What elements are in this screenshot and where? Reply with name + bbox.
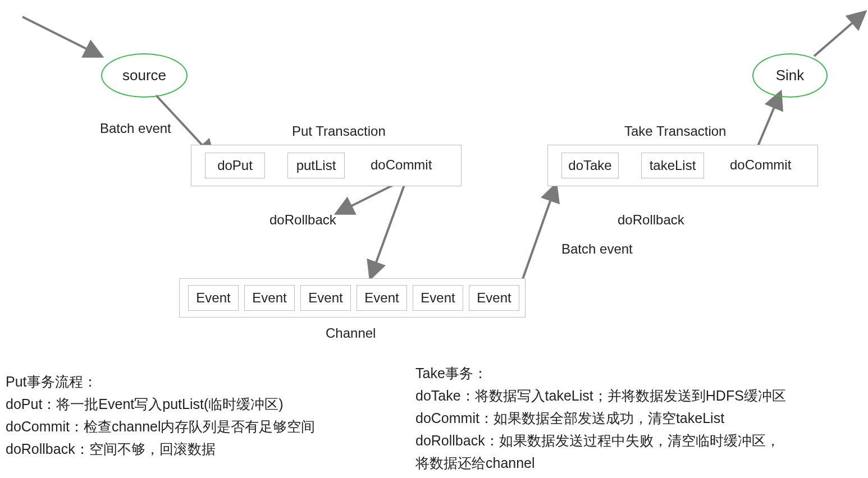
takelist-cell: takeList bbox=[641, 153, 704, 178]
takelist-label: takeList bbox=[650, 158, 696, 173]
channel-event-label: Event bbox=[308, 290, 342, 306]
channel-event-label: Event bbox=[196, 290, 230, 306]
diagram-canvas: source Sink Batch event Put Transaction … bbox=[0, 0, 868, 478]
svg-line-9 bbox=[758, 93, 780, 146]
docommit-left-label: doCommit bbox=[371, 157, 432, 173]
channel-event-label: Event bbox=[421, 290, 455, 306]
take-description: Take事务： doTake：将数据写入takeList；并将数据发送到HDFS… bbox=[415, 362, 786, 474]
batch-event-left-label: Batch event bbox=[100, 121, 171, 136]
doput-cell: doPut bbox=[205, 153, 265, 178]
channel-event: Event bbox=[469, 285, 519, 311]
channel-event-label: Event bbox=[252, 290, 286, 306]
source-label: source bbox=[122, 67, 166, 84]
channel-label: Channel bbox=[326, 325, 376, 341]
sink-label: Sink bbox=[776, 67, 805, 84]
svg-line-0 bbox=[22, 17, 101, 56]
channel-event: Event bbox=[357, 285, 407, 311]
channel-event-label: Event bbox=[477, 290, 511, 306]
take-transaction-title: Take Transaction bbox=[624, 123, 726, 139]
putlist-label: putList bbox=[296, 158, 336, 173]
channel-event: Event bbox=[244, 285, 295, 311]
svg-line-6 bbox=[522, 185, 556, 281]
channel-event-label: Event bbox=[364, 290, 399, 306]
dotake-cell: doTake bbox=[561, 153, 619, 178]
dotake-label: doTake bbox=[568, 158, 611, 173]
sink-node: Sink bbox=[752, 53, 828, 98]
put-transaction-title: Put Transaction bbox=[292, 123, 386, 139]
dorollback-left-label: doRollback bbox=[269, 212, 336, 228]
dorollback-right-label: doRollback bbox=[618, 212, 684, 228]
putlist-cell: putList bbox=[287, 153, 345, 178]
svg-line-10 bbox=[814, 12, 865, 56]
doput-label: doPut bbox=[217, 158, 253, 173]
docommit-right-label: doCommit bbox=[730, 157, 791, 173]
channel-event: Event bbox=[188, 285, 239, 311]
svg-line-4 bbox=[337, 185, 393, 213]
put-description: Put事务流程： doPut：将一批Event写入putList(临时缓冲区) … bbox=[6, 370, 316, 460]
svg-line-5 bbox=[371, 185, 404, 278]
channel-event: Event bbox=[413, 285, 463, 311]
channel-event: Event bbox=[300, 285, 351, 311]
source-node: source bbox=[101, 53, 188, 98]
batch-event-right-label: Batch event bbox=[561, 241, 633, 257]
